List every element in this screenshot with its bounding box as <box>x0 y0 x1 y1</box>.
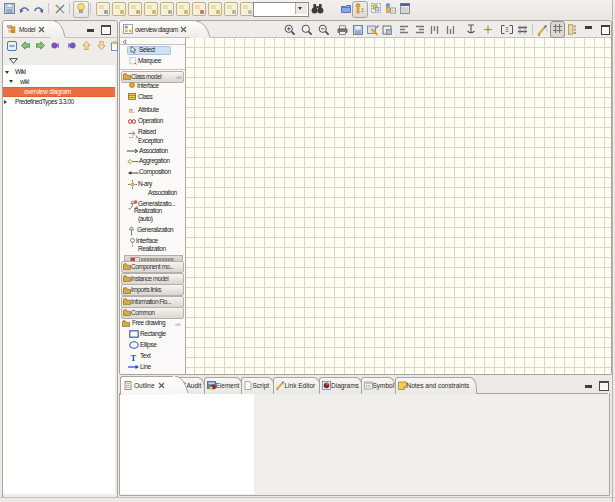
svg-text:T: T <box>131 353 137 361</box>
svg-text:n.: n. <box>129 107 135 114</box>
